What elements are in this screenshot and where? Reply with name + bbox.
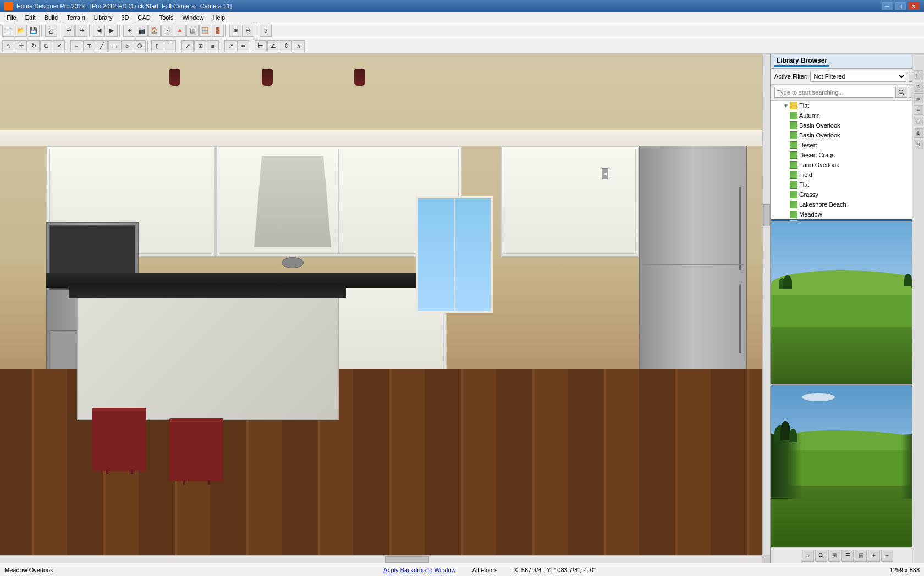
tree-item-grassy[interactable]: Grassy [771, 190, 916, 200]
panel-collapse-button[interactable]: ◀ [602, 168, 608, 179]
door-button[interactable]: 🚪 [212, 25, 224, 37]
rotate-tool[interactable]: ↻ [28, 40, 40, 52]
right-icon-7[interactable]: ⊛ [914, 140, 923, 149]
select-tool[interactable]: ↖ [2, 40, 14, 52]
right-icon-2[interactable]: ⊕ [914, 82, 923, 92]
lib-home-button[interactable]: ⌂ [802, 550, 814, 562]
tree-item-flat-folder[interactable]: ▼ Flat [771, 101, 916, 110]
line-tool[interactable]: ╱ [96, 40, 108, 52]
move-tool[interactable]: ✛ [15, 40, 27, 52]
circle-tool[interactable]: ○ [121, 40, 133, 52]
tree-item-farm-overlook[interactable]: Farm Overlook [771, 160, 916, 170]
text-tool[interactable]: T [83, 40, 95, 52]
tree-item-basin-overlook[interactable]: Basin Overlook [771, 120, 916, 130]
expand-icon: ▼ [782, 102, 790, 109]
tree-item-cane-field[interactable]: Basin Overlook [771, 130, 916, 140]
window-controls: ─ □ ✕ [881, 2, 920, 10]
lib-add-button[interactable]: + [868, 550, 880, 562]
viewport-scrollbar-vertical[interactable] [762, 54, 770, 555]
new-button[interactable]: 📄 [2, 25, 14, 37]
tree-item-lakeshore-beach[interactable]: Lakeshore Beach [771, 200, 916, 209]
title-text: Home Designer Pro 2012 - [Pro 2012 HD Qu… [16, 3, 232, 9]
menu-3d[interactable]: 3D [117, 13, 133, 22]
help-button[interactable]: ? [260, 25, 272, 37]
separator [178, 40, 180, 52]
elevation-button[interactable]: 🏠 [148, 25, 161, 37]
tree-item-desert-crags[interactable]: Desert Crags [771, 150, 916, 160]
right-icon-4[interactable]: ≡ [914, 105, 923, 115]
tree-item-autumn[interactable]: Autumn [771, 110, 916, 120]
right-icon-6[interactable]: ⊚ [914, 128, 923, 138]
lib-list-button[interactable]: ☰ [842, 550, 854, 562]
menu-file[interactable]: File [2, 13, 21, 22]
search-button[interactable] [895, 87, 908, 98]
search-input[interactable] [774, 87, 894, 98]
tree-item-meadow-overlook[interactable]: Meadow Overlook [771, 219, 916, 221]
menu-build[interactable]: Build [40, 13, 62, 22]
measure-tool[interactable]: ⊢ [255, 40, 267, 52]
pendant-light-2 [262, 69, 272, 86]
up-down-tool[interactable]: ⇕ [280, 40, 292, 52]
roof-button[interactable]: 🔺 [174, 25, 186, 37]
viewport[interactable]: ◀ [0, 54, 770, 563]
copy-tool[interactable]: ⧉ [40, 40, 52, 52]
tree-item-flat-item[interactable]: Flat [771, 180, 916, 190]
print-button[interactable]: 🖨 [45, 25, 57, 37]
menu-tools[interactable]: Tools [155, 13, 178, 22]
separator [59, 25, 61, 37]
menu-cad[interactable]: CAD [133, 13, 155, 22]
camera-button[interactable]: 📷 [136, 25, 148, 37]
lib-grid-button[interactable]: ⊞ [828, 550, 840, 562]
zoom-in-button[interactable]: ⊕ [229, 25, 241, 37]
tree-item-desert[interactable]: Desert [771, 140, 916, 150]
floor-plan-button[interactable]: ⊞ [123, 25, 135, 37]
mirror-tool[interactable]: ⇔ [237, 40, 249, 52]
rectangle-tool[interactable]: □ [108, 40, 120, 52]
tree-item-meadow[interactable]: Meadow [771, 209, 916, 219]
right-icon-3[interactable]: ⊞ [914, 93, 923, 103]
arc-tool[interactable]: ⌒ [164, 40, 176, 52]
undo-button[interactable]: ↩ [63, 25, 75, 37]
lib-detail-button[interactable]: ▤ [855, 550, 867, 562]
dimensions-display: 1299 x 888 [865, 567, 920, 573]
section-button[interactable]: ⊡ [161, 25, 173, 37]
back-button[interactable]: ◀ [93, 25, 105, 37]
minimize-button[interactable]: ─ [881, 2, 893, 10]
open-button[interactable]: 📂 [15, 25, 27, 37]
snap-tool[interactable]: ⊞ [194, 40, 206, 52]
library-browser-tab[interactable]: Library Browser [774, 56, 829, 67]
close-button[interactable]: ✕ [908, 2, 920, 10]
filter-dropdown[interactable]: Not Filtered [810, 71, 906, 82]
dimension-tool[interactable]: ↔ [70, 40, 82, 52]
caret-up-tool[interactable]: ∧ [293, 40, 305, 52]
lib-search-button[interactable] [815, 550, 827, 562]
barstool-2 [169, 420, 223, 481]
lib-delete-button[interactable]: − [881, 550, 893, 562]
wall-tool[interactable]: ▯ [151, 40, 163, 52]
delete-tool[interactable]: ✕ [53, 40, 65, 52]
apply-backdrop-button[interactable]: Apply Backdrop to Window [383, 567, 455, 573]
menu-edit[interactable]: Edit [21, 13, 40, 22]
align-tool[interactable]: ≡ [207, 40, 219, 52]
tree-item-label: Field [799, 171, 812, 178]
forward-button[interactable]: ▶ [106, 25, 118, 37]
angle-tool[interactable]: ∠ [267, 40, 279, 52]
polygon-tool[interactable]: ⬡ [134, 40, 146, 52]
right-icon-1[interactable]: ◫ [914, 70, 923, 80]
wall-button[interactable]: ▥ [186, 25, 199, 37]
menu-library[interactable]: Library [90, 13, 117, 22]
save-button[interactable]: 💾 [28, 25, 40, 37]
menu-window[interactable]: Window [178, 13, 208, 22]
window-button[interactable]: 🪟 [199, 25, 211, 37]
menu-help[interactable]: Help [208, 13, 230, 22]
viewport-scrollbar-horizontal[interactable] [0, 555, 770, 563]
break-tool[interactable]: ⤤ [182, 40, 194, 52]
zoom-out-button[interactable]: ⊖ [242, 25, 254, 37]
maximize-button[interactable]: □ [894, 2, 906, 10]
redo-button[interactable]: ↪ [75, 25, 87, 37]
tree-item-field[interactable]: Field [771, 170, 916, 180]
scrollbar-corner [762, 555, 770, 563]
menu-terrain[interactable]: Terrain [62, 13, 90, 22]
transform-tool[interactable]: ⤢ [224, 40, 237, 52]
right-icon-5[interactable]: ⊡ [914, 117, 923, 126]
